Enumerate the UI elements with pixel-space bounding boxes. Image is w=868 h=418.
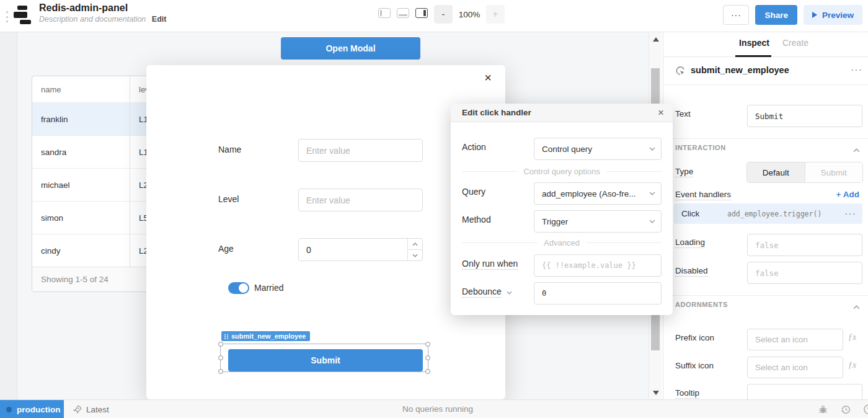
close-icon[interactable]: × — [484, 71, 492, 84]
zoom-level: 100% — [458, 10, 481, 19]
fx-icon[interactable]: ƒx — [848, 360, 856, 370]
app-description: Description and documentation — [39, 15, 146, 24]
loading-property-input[interactable] — [747, 234, 862, 256]
play-icon — [812, 12, 817, 18]
app-title: Redis-admin-panel — [39, 2, 128, 14]
action-label: Action — [462, 142, 486, 152]
layout-toggles — [378, 8, 428, 18]
resize-handle[interactable] — [425, 342, 430, 347]
toggle-left-panel-icon[interactable] — [378, 8, 391, 18]
query-label: Query — [462, 187, 485, 197]
age-number-field — [298, 238, 423, 261]
type-option-default[interactable]: Default — [747, 162, 805, 182]
resize-handle[interactable] — [425, 369, 430, 374]
chevron-down-icon — [649, 192, 655, 195]
close-icon[interactable]: × — [658, 107, 664, 119]
environment-selector[interactable]: production — [0, 400, 64, 418]
topbar-actions: ··· Share Preview — [723, 5, 862, 25]
toggle-right-panel-icon[interactable] — [415, 8, 428, 18]
resize-handle[interactable] — [425, 355, 430, 360]
rocket-icon — [73, 405, 82, 414]
event-handlers-label: Event handlers — [675, 190, 731, 200]
chevron-down-icon — [649, 147, 655, 151]
click-handler-row[interactable]: Click add_employee.trigger() ··· — [674, 203, 862, 224]
scroll-up-icon[interactable] — [649, 33, 662, 45]
panel-tabbar: Inspect Create — [663, 32, 868, 57]
type-segmented-control: Default Submit — [746, 162, 863, 183]
statusbar-icons: ? — [816, 402, 868, 416]
debug-bug-icon[interactable] — [816, 402, 830, 416]
level-field-label: Level — [218, 194, 239, 204]
submit-button[interactable]: Submit — [228, 349, 423, 371]
married-toggle-label: Married — [254, 283, 283, 293]
popup-header: Edit click handler × — [451, 104, 673, 122]
stepper-down-icon[interactable] — [408, 250, 422, 260]
tooltip-property-label: Tooltip — [675, 388, 699, 399]
more-menu-button[interactable]: ··· — [723, 5, 749, 25]
zoom-controls: - 100% + — [434, 5, 505, 24]
preview-button[interactable]: Preview — [804, 5, 862, 25]
married-toggle[interactable] — [228, 282, 249, 294]
selected-widget-tag[interactable]: submit_new_employee — [221, 331, 310, 341]
age-field-label: Age — [218, 244, 234, 254]
tab-inspect[interactable]: Inspect — [739, 38, 769, 48]
collapse-adornments-icon[interactable] — [853, 301, 860, 312]
widget-more-button[interactable]: ··· — [851, 64, 862, 76]
popup-title: Edit click handler — [462, 108, 531, 117]
column-header-name[interactable]: name — [32, 85, 130, 94]
tab-create[interactable]: Create — [782, 38, 808, 48]
age-input[interactable] — [299, 239, 407, 260]
chevron-down-icon — [649, 220, 655, 223]
name-input[interactable] — [298, 139, 423, 162]
resize-handle[interactable] — [218, 355, 223, 360]
app-subtitle: Description and documentation Edit — [39, 15, 166, 24]
scroll-down-icon[interactable] — [649, 387, 662, 398]
help-icon[interactable]: ? — [862, 402, 868, 416]
release-selector[interactable]: Latest — [66, 400, 115, 418]
prefix-icon-input[interactable] — [747, 329, 843, 350]
disabled-property-input[interactable] — [747, 262, 862, 284]
section-interaction: INTERACTION — [675, 144, 726, 151]
disabled-property-label: Disabled — [675, 266, 708, 277]
chevron-down-icon — [507, 291, 512, 295]
fx-icon[interactable]: ƒx — [848, 332, 856, 342]
stepper-up-icon[interactable] — [408, 239, 422, 250]
drag-handle-icon[interactable] — [5, 11, 9, 22]
collapse-interaction-icon[interactable] — [853, 144, 860, 155]
level-input[interactable] — [298, 189, 423, 211]
handler-more-button[interactable]: ··· — [844, 208, 856, 220]
button-widget-icon — [675, 65, 686, 79]
open-modal-button[interactable]: Open Modal — [281, 37, 420, 60]
widget-name: submit_new_employee — [691, 65, 789, 75]
environment-dot-icon — [6, 407, 12, 412]
method-select[interactable]: Trigger — [534, 210, 662, 233]
suffix-icon-input[interactable] — [747, 357, 843, 378]
only-run-when-input[interactable] — [534, 254, 662, 277]
resize-handle[interactable] — [218, 342, 223, 347]
prefix-icon-label: Prefix icon — [675, 333, 714, 342]
top-bar: Redis-admin-panel Description and docume… — [0, 0, 868, 32]
method-label: Method — [462, 215, 491, 225]
section-divider — [663, 138, 868, 139]
canvas-left-gutter — [0, 32, 17, 399]
app-logo[interactable] — [12, 5, 31, 26]
zoom-in-button[interactable]: + — [486, 5, 505, 24]
tooltip-property-input[interactable] — [747, 384, 862, 399]
debounce-input[interactable] — [534, 282, 662, 305]
edit-description-link[interactable]: Edit — [152, 15, 167, 24]
text-property-input[interactable] — [747, 105, 862, 127]
drag-dots-icon — [224, 334, 229, 340]
add-event-handler-button[interactable]: + Add — [836, 190, 859, 199]
status-bar: production Latest No queries running — [0, 399, 868, 418]
type-option-submit[interactable]: Submit — [805, 162, 863, 182]
zoom-out-button[interactable]: - — [434, 5, 453, 24]
app-window: Redis-admin-panel Description and docume… — [0, 0, 868, 418]
resize-handle[interactable] — [218, 369, 223, 374]
share-button[interactable]: Share — [755, 5, 797, 25]
inspector-panel: BASIC Inspect Create submit_new_employee… — [663, 32, 868, 399]
only-run-when-label: Only run when — [462, 259, 518, 269]
action-select[interactable]: Control query — [534, 138, 662, 160]
toggle-bottom-panel-icon[interactable] — [397, 8, 409, 18]
history-icon[interactable] — [839, 402, 852, 416]
query-select[interactable]: add_employee (Aso-fre... — [534, 182, 662, 205]
